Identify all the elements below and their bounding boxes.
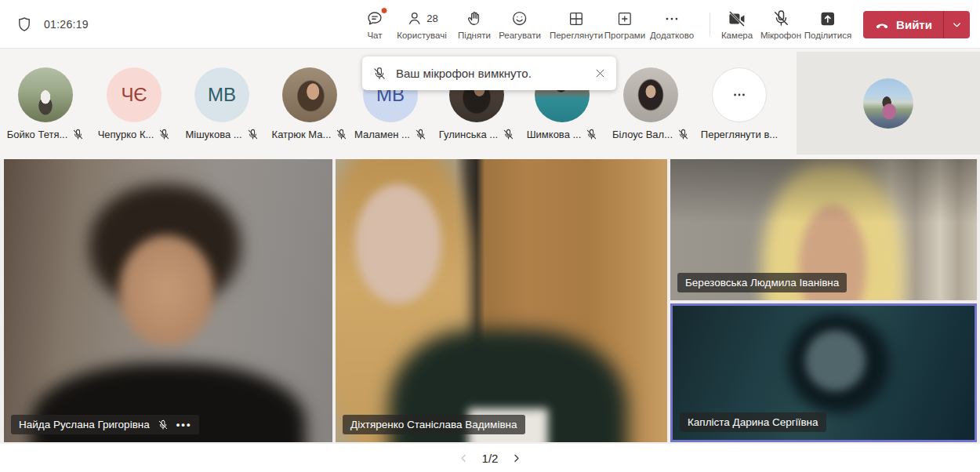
video-tile-dikhtiarenko[interactable]: Діхтяренко Станіслава Вадимівна xyxy=(336,159,667,442)
chat-notification-badge xyxy=(381,7,388,14)
name-plate: Діхтяренко Станіслава Вадимівна xyxy=(343,415,525,434)
avatar xyxy=(623,67,678,122)
strip-participant[interactable]: Білоус Вал... xyxy=(607,67,695,140)
raise-hand-button[interactable]: Підняти xyxy=(458,9,491,40)
more-button[interactable]: Додатково xyxy=(650,9,694,40)
avatar-initials: МВ xyxy=(194,67,249,122)
strip-participant[interactable]: Катрюк Ма... xyxy=(266,67,354,140)
share-button[interactable]: Поділитися xyxy=(804,9,851,40)
video-tile-kaplista-speaking[interactable]: Капліста Дарина Сергіївна xyxy=(670,303,977,442)
smiley-icon xyxy=(511,9,529,28)
video-tile-berezovska[interactable]: Березовська Людмила Іванівна xyxy=(670,159,977,300)
mic-off-icon xyxy=(372,67,387,81)
participants-button[interactable]: 28 Користувачі xyxy=(397,9,446,40)
next-page-icon[interactable] xyxy=(510,452,522,464)
camera-off-icon xyxy=(728,9,746,28)
toolbar-divider xyxy=(710,13,710,36)
video-tile-naida[interactable]: Найда Руслана Григорівна ••• xyxy=(4,159,332,442)
leave-button[interactable]: Вийти xyxy=(863,11,970,38)
page-indicator: 1/2 xyxy=(482,452,499,465)
mic-off-icon xyxy=(158,129,170,140)
avatar xyxy=(18,67,73,122)
meeting-window: 01:26:19 Чат 28 Користувачі Підняти xyxy=(0,0,980,472)
chat-button[interactable]: Чат xyxy=(366,9,384,40)
mic-muted-toast: Ваш мікрофон вимкнуто. xyxy=(362,56,616,90)
name-plate: Березовська Людмила Іванівна xyxy=(677,273,847,292)
share-screen-icon xyxy=(819,9,837,28)
self-view-panel[interactable] xyxy=(797,52,980,154)
previous-page-icon[interactable] xyxy=(458,452,470,464)
raised-hand-icon xyxy=(466,9,483,28)
pagination-bar: 1/2 xyxy=(0,444,980,472)
strip-participant[interactable]: МВ Мішукова ... xyxy=(178,67,266,140)
grid-view-icon xyxy=(568,9,585,28)
people-icon xyxy=(405,9,423,27)
leave-button-label: Вийти xyxy=(896,18,932,31)
view-button[interactable]: Переглянути xyxy=(550,9,603,40)
react-button[interactable]: Реагувати xyxy=(499,9,541,40)
camera-button[interactable]: Камера xyxy=(721,9,753,40)
apps-button[interactable]: Програми xyxy=(604,9,645,40)
mic-off-icon xyxy=(503,129,514,140)
add-app-icon xyxy=(616,9,633,28)
name-plate: Найда Руслана Григорівна ••• xyxy=(11,415,199,434)
top-toolbar: 01:26:19 Чат 28 Користувачі Підняти xyxy=(0,0,980,49)
name-plate: Капліста Дарина Сергіївна xyxy=(680,412,826,432)
toast-message: Ваш мікрофон вимкнуто. xyxy=(396,67,585,80)
meeting-timer: 01:26:19 xyxy=(44,18,89,31)
avatar xyxy=(282,67,337,122)
strip-participant[interactable]: ЧЄ Чепурко К... xyxy=(90,67,178,140)
more-participants-icon xyxy=(712,67,767,122)
hangup-phone-icon xyxy=(874,17,890,33)
mic-off-icon xyxy=(72,129,84,140)
view-more-participants[interactable]: Переглянути в... xyxy=(695,67,783,140)
mic-off-icon xyxy=(771,9,789,28)
close-icon[interactable] xyxy=(594,67,606,79)
mic-off-icon xyxy=(677,129,689,140)
microphone-button[interactable]: Мікрофон xyxy=(760,9,801,40)
shield-icon xyxy=(16,16,33,33)
chevron-down-icon xyxy=(951,19,963,31)
strip-participant[interactable]: Бойко Тетя... xyxy=(2,67,89,140)
leave-button-main[interactable]: Вийти xyxy=(863,11,943,38)
chat-icon xyxy=(366,9,384,28)
mic-off-icon xyxy=(247,129,259,140)
video-stage: Найда Руслана Григорівна ••• Діхтяренко … xyxy=(0,159,980,444)
mic-off-icon xyxy=(586,129,597,140)
tile-more-options-icon[interactable]: ••• xyxy=(176,419,192,430)
avatar-initials: ЧЄ xyxy=(107,67,162,122)
leave-options-button[interactable] xyxy=(944,11,970,38)
participant-count: 28 xyxy=(426,13,437,24)
ellipsis-icon xyxy=(663,9,681,28)
mic-off-icon xyxy=(415,129,426,140)
self-avatar xyxy=(863,78,913,129)
mic-off-icon xyxy=(158,419,169,430)
